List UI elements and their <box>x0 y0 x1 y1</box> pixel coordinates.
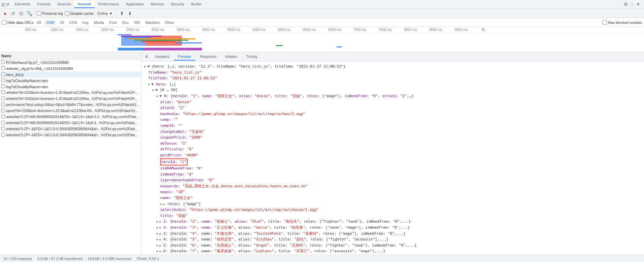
json-toggle-range[interactable]: ▼ <box>152 88 158 92</box>
filter-media[interactable]: Media <box>92 20 106 25</box>
waterfall-bar-3 <box>125 37 151 38</box>
export-button[interactable]: ⬇ <box>127 10 133 16</box>
filter-css[interactable]: CSS <box>67 20 79 25</box>
json-toggle-root[interactable]: ▼ <box>144 64 149 69</box>
filter-font[interactable]: Font <box>107 20 119 25</box>
online-dropdown[interactable]: Online ▼ <box>96 11 114 16</box>
ruler-mark-2500: 2500 ms <box>126 28 139 32</box>
filter-ws[interactable]: WS <box>132 20 142 25</box>
settings-icon[interactable]: ⚙ <box>624 2 628 7</box>
request-name: webvitals?LCP=-1&FID=-1&CLS=0.3004392586… <box>6 133 140 137</box>
refresh-button[interactable]: ↺ <box>10 10 16 16</box>
request-name: performance?dnsLookup=0&tcp=0&ssl=0&ttfb… <box>6 103 140 107</box>
request-checkbox[interactable] <box>1 103 6 107</box>
disable-cache-label[interactable]: Disable cache <box>65 11 94 15</box>
tab-response[interactable]: Response <box>196 53 221 61</box>
json-toggle-roles[interactable]: ▶ <box>160 203 165 206</box>
request-item[interactable]: whitelist?id=2158&uin=&version=1.25.8&ai… <box>0 90 141 96</box>
tab-timing[interactable]: Timing <box>242 53 261 61</box>
request-checkbox[interactable] <box>1 109 6 113</box>
request-checkbox[interactable] <box>1 60 6 65</box>
request-checkbox[interactable] <box>1 90 6 95</box>
tab-audits[interactable]: Audits <box>188 1 205 8</box>
request-name: webvitals?LCP=660.8049999922514&FID=-1&C… <box>6 121 140 125</box>
tab-initiator[interactable]: Initiator <box>221 53 241 61</box>
request-item[interactable]: speed?id=2158&uin=&version=1.25.8&aid=a2… <box>0 108 141 114</box>
tab-network[interactable]: Network <box>74 1 95 8</box>
request-item-selected[interactable]: hero_list.js <box>0 72 141 78</box>
request-item[interactable]: log?sCloudApiName=atm <box>0 84 141 90</box>
json-toggle-hero4[interactable]: ▶ <box>156 238 161 241</box>
ruler-mark-5500: 5500 ms <box>278 28 291 32</box>
request-item[interactable]: webvitals?LCP=-1&FID=-1&CLS=0.3004392586… <box>0 126 141 132</box>
json-root-text: {hero: […], version: "11.2", fileName: "… <box>152 64 346 69</box>
import-button[interactable]: ⬆ <box>119 10 125 16</box>
tab-headers[interactable]: Headers <box>151 53 173 61</box>
json-toggle-hero3[interactable]: ▶ <box>156 232 161 235</box>
disable-cache-checkbox[interactable] <box>65 11 69 15</box>
json-toggle-hero0[interactable]: ▼ <box>156 94 162 98</box>
request-checkbox[interactable] <box>1 121 6 125</box>
tab-memory[interactable]: Memory <box>147 1 168 8</box>
request-checkbox[interactable] <box>1 78 6 83</box>
close-icon[interactable]: ✕ <box>636 2 640 7</box>
tab-sources[interactable]: Sources <box>54 1 74 8</box>
json-field-isWeekFree: isWeekFree: "0" <box>160 172 641 178</box>
filter-other[interactable]: Other <box>163 20 176 25</box>
json-toggle-hero[interactable]: ▼ <box>148 82 154 86</box>
json-hero6-line: ▶ 6: {heroId: "7", name: "诡术妖姬", alias: … <box>156 248 641 254</box>
has-blocked-cookies-label[interactable]: Has blocked cookies <box>603 20 642 25</box>
preserve-log-label[interactable]: Preserve log <box>37 11 63 15</box>
request-checkbox[interactable] <box>1 97 6 101</box>
devtools-tabbar: ◱ ⊡ Elements Console Sources Network Per… <box>0 0 644 9</box>
ruler-mark-end: 95 <box>481 28 485 32</box>
request-item[interactable]: website_cfg.js?v=45&_=1612161930889 <box>0 66 141 72</box>
close-detail-button[interactable]: ✕ <box>143 54 150 59</box>
filter-all[interactable]: All <box>35 20 43 25</box>
request-checkbox[interactable] <box>1 133 6 137</box>
json-toggle-hero6[interactable]: ▶ <box>156 250 161 253</box>
request-item[interactable]: log?sCloudApiName=atm <box>0 78 141 84</box>
more-icon[interactable]: ⋮ <box>630 2 634 7</box>
tab-preview[interactable]: Preview <box>174 53 195 61</box>
request-checkbox[interactable] <box>1 66 6 71</box>
json-filename-line: fileName: "hero_list.js" <box>148 70 641 76</box>
ruler-mark-6500: 6500 ms <box>328 28 341 32</box>
record-button[interactable]: ● <box>2 10 8 16</box>
timeline: 500 ms 1000 ms 1500 ms 2000 ms 2500 ms 3… <box>0 27 644 52</box>
request-item[interactable]: whitelist?id=1932&uin=&version=1.25.8&ai… <box>0 96 141 102</box>
json-hero-toggle-line: ▼ hero: […] <box>148 81 641 87</box>
filter-xhr[interactable]: XHR <box>44 20 56 25</box>
request-checkbox[interactable] <box>1 84 6 89</box>
hide-data-urls-checkbox[interactable] <box>2 20 6 25</box>
request-item[interactable]: PCSiteNavsCfg.js?_=1612161930888 <box>0 60 141 66</box>
preserve-log-checkbox[interactable] <box>37 11 41 15</box>
request-item[interactable]: webvitals?LCP=-1&FID=-1&CLS=0.3004392586… <box>0 132 141 138</box>
json-toggle-hero1[interactable]: ▶ <box>156 220 161 223</box>
tab-console[interactable]: Console <box>34 1 54 8</box>
filter-js[interactable]: JS <box>58 20 66 25</box>
filter-icon[interactable]: ⊡ <box>18 10 24 16</box>
request-item[interactable]: performance?dnsLookup=0&tcp=0&ssl=0&ttfb… <box>0 102 141 108</box>
hide-data-urls-label[interactable]: Hide data URLs <box>2 20 34 25</box>
request-checkbox[interactable] <box>1 115 6 119</box>
json-toggle-hero5[interactable]: ▶ <box>156 244 161 247</box>
request-checkbox[interactable] <box>1 72 6 77</box>
search-button[interactable]: 🔍 <box>26 10 32 16</box>
request-checkbox[interactable] <box>1 127 6 131</box>
request-item[interactable]: webvitals?LCP=660.8049999922514&FID=-1&C… <box>0 114 141 120</box>
tab-application[interactable]: Application <box>123 1 147 8</box>
filter-manifest[interactable]: Manifest <box>143 20 162 25</box>
filter-img[interactable]: Img <box>80 20 91 25</box>
filter-doc[interactable]: Doc <box>120 20 131 25</box>
tab-security[interactable]: Security <box>167 1 188 8</box>
tab-elements[interactable]: Elements <box>11 1 34 8</box>
network-toolbar: ● ↺ ⊡ 🔍 Preserve log Disable cache Onlin… <box>0 9 644 18</box>
ruler-mark-2000: 2000 ms <box>101 28 114 32</box>
json-toggle-hero2[interactable]: ▶ <box>156 226 161 229</box>
has-blocked-cookies-checkbox[interactable] <box>603 20 607 25</box>
preview-content: ▼ {hero: […], version: "11.2", fileName:… <box>141 62 644 255</box>
request-item[interactable]: webvitals?LCP=660.8049999922514&FID=-1&C… <box>0 120 141 126</box>
tab-performance[interactable]: Performance <box>95 1 123 8</box>
json-field-difficulty: difficulty: "6" <box>160 146 641 152</box>
